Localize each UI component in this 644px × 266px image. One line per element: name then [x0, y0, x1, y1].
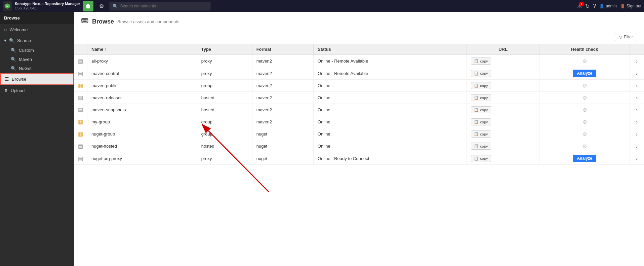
- col-type-header[interactable]: Type: [197, 44, 252, 55]
- row-name-cell[interactable]: maven-releases: [87, 92, 197, 104]
- sidebar-item-nuget[interactable]: 🔍 NuGet: [0, 64, 74, 73]
- row-expand-button[interactable]: ›: [634, 155, 640, 162]
- row-expand-button[interactable]: ›: [634, 131, 640, 138]
- col-health-header: Health check: [539, 44, 630, 55]
- copy-url-button[interactable]: 📋 copy: [471, 155, 491, 162]
- repo-icon: ▤: [78, 156, 83, 161]
- row-name-cell[interactable]: maven-central: [87, 67, 197, 80]
- row-name-cell[interactable]: nuget-hosted: [87, 140, 197, 152]
- row-chevron-cell[interactable]: ›: [630, 140, 644, 152]
- table-row[interactable]: ▤ maven-releases hosted maven2 Online 📋 …: [74, 92, 644, 104]
- health-disabled-icon: ⊘: [544, 107, 626, 113]
- copy-url-button[interactable]: 📋 copy: [471, 106, 491, 113]
- row-expand-button[interactable]: ›: [634, 94, 640, 101]
- signout-btn[interactable]: 🚪 Sign out: [620, 4, 641, 8]
- row-status-cell: Online: [314, 116, 467, 128]
- row-status-cell: Online - Ready to Connect: [314, 152, 467, 165]
- row-url-cell: 📋 copy: [467, 67, 539, 80]
- help-icon[interactable]: ?: [593, 3, 596, 9]
- page-title: Browse: [92, 18, 114, 25]
- row-chevron-cell[interactable]: ›: [630, 55, 644, 67]
- table-row[interactable]: ▦ my-group group maven2 Online 📋 copy ⊘ …: [74, 116, 644, 128]
- row-type-cell: proxy: [197, 152, 252, 165]
- table-row[interactable]: ▦ maven-public group maven2 Online 📋 cop…: [74, 80, 644, 92]
- copy-url-button[interactable]: 📋 copy: [471, 118, 491, 125]
- analyze-button[interactable]: Analyze: [573, 70, 596, 77]
- sidebar-item-welcome[interactable]: ○ Welcome: [0, 24, 74, 35]
- repo-icon: ▤: [78, 143, 83, 149]
- row-type-cell: group: [197, 80, 252, 92]
- global-search-box[interactable]: 🔍: [110, 2, 210, 10]
- row-name-cell[interactable]: nuget-group: [87, 128, 197, 140]
- row-health-cell: Analyze: [539, 152, 630, 165]
- alerts-icon[interactable]: ⚠ 1: [577, 3, 582, 9]
- row-format-cell: nuget: [252, 152, 313, 165]
- row-chevron-cell[interactable]: ›: [630, 104, 644, 116]
- search-expand-icon: ▾: [4, 38, 6, 43]
- row-expand-button[interactable]: ›: [634, 119, 640, 125]
- copy-label: copy: [480, 144, 488, 148]
- refresh-icon[interactable]: ↻: [585, 3, 590, 9]
- row-expand-button[interactable]: ›: [634, 58, 640, 65]
- user-icon: 👤: [599, 4, 604, 8]
- sidebar-item-search[interactable]: ▾ 🔍 Search: [0, 35, 74, 46]
- row-name-cell[interactable]: nuget.org-proxy: [87, 152, 197, 165]
- copy-url-button[interactable]: 📋 copy: [471, 58, 491, 65]
- table-row[interactable]: ▦ nuget-group group nuget Online 📋 copy …: [74, 128, 644, 140]
- row-health-cell: ⊘: [539, 128, 630, 140]
- table-row[interactable]: ▤ ali-proxy proxy maven2 Online - Remote…: [74, 55, 644, 67]
- health-disabled-icon: ⊘: [544, 58, 626, 64]
- sidebar-item-custom[interactable]: 🔍 Custom: [0, 46, 74, 55]
- col-name-header[interactable]: Name ↑: [87, 44, 197, 55]
- row-name-cell[interactable]: maven-snapshots: [87, 104, 197, 116]
- row-expand-button[interactable]: ›: [634, 70, 640, 77]
- row-format-cell: maven2: [252, 55, 313, 67]
- filter-label: Filter: [624, 35, 633, 39]
- row-url-cell: 📋 copy: [467, 152, 539, 165]
- row-chevron-cell[interactable]: ›: [630, 128, 644, 140]
- row-chevron-cell[interactable]: ›: [630, 152, 644, 165]
- row-chevron-cell[interactable]: ›: [630, 92, 644, 104]
- row-health-cell: ⊘: [539, 104, 630, 116]
- content-header: Browse Browse assets and components: [74, 12, 644, 30]
- copy-url-button[interactable]: 📋 copy: [471, 70, 491, 77]
- copy-url-button[interactable]: 📋 copy: [471, 130, 491, 138]
- health-disabled-icon: ⊘: [544, 119, 626, 125]
- row-name-cell[interactable]: my-group: [87, 116, 197, 128]
- top-navigation: N Sonatype Nexus Repository Manager OSS …: [0, 0, 644, 12]
- row-expand-button[interactable]: ›: [634, 143, 640, 150]
- col-status-header[interactable]: Status: [314, 44, 467, 55]
- home-icon-btn[interactable]: [83, 1, 93, 11]
- row-chevron-cell[interactable]: ›: [630, 80, 644, 92]
- search-input[interactable]: [120, 4, 207, 8]
- health-disabled-icon: ⊘: [544, 94, 626, 101]
- row-chevron-cell[interactable]: ›: [630, 116, 644, 128]
- copy-url-button[interactable]: 📋 copy: [471, 143, 491, 150]
- settings-icon-btn[interactable]: ⚙: [96, 1, 107, 11]
- row-chevron-cell[interactable]: ›: [630, 67, 644, 80]
- health-disabled-icon: ⊘: [544, 131, 626, 137]
- table-row[interactable]: ▤ nuget-hosted hosted nuget Online 📋 cop…: [74, 140, 644, 152]
- table-row[interactable]: ▤ maven-central proxy maven2 Online - Re…: [74, 67, 644, 80]
- row-name-cell[interactable]: ali-proxy: [87, 55, 197, 67]
- table-row[interactable]: ▤ nuget.org-proxy proxy nuget Online - R…: [74, 152, 644, 165]
- row-type-cell: group: [197, 116, 252, 128]
- copy-url-button[interactable]: 📋 copy: [471, 82, 491, 89]
- maven-search-icon: 🔍: [11, 57, 16, 62]
- app-title-block: Sonatype Nexus Repository Manager OSS 3.…: [15, 2, 80, 10]
- row-name-cell[interactable]: maven-public: [87, 80, 197, 92]
- row-expand-button[interactable]: ›: [634, 107, 640, 113]
- row-type-cell: group: [197, 128, 252, 140]
- repo-icon: ▤: [78, 95, 83, 101]
- copy-url-button[interactable]: 📋 copy: [471, 94, 491, 101]
- analyze-button[interactable]: Analyze: [573, 155, 596, 162]
- table-row[interactable]: ▤ maven-snapshots hosted maven2 Online 📋…: [74, 104, 644, 116]
- sidebar-item-upload[interactable]: ⬆ Upload: [0, 85, 74, 96]
- health-disabled-icon: ⊘: [544, 143, 626, 149]
- col-format-header[interactable]: Format: [252, 44, 313, 55]
- user-menu[interactable]: 👤 admin: [599, 4, 617, 8]
- sidebar-item-maven[interactable]: 🔍 Maven: [0, 55, 74, 64]
- row-expand-button[interactable]: ›: [634, 82, 640, 89]
- filter-button[interactable]: ▽ Filter: [615, 33, 637, 41]
- sidebar-item-browse[interactable]: ☰ Browse: [0, 73, 74, 85]
